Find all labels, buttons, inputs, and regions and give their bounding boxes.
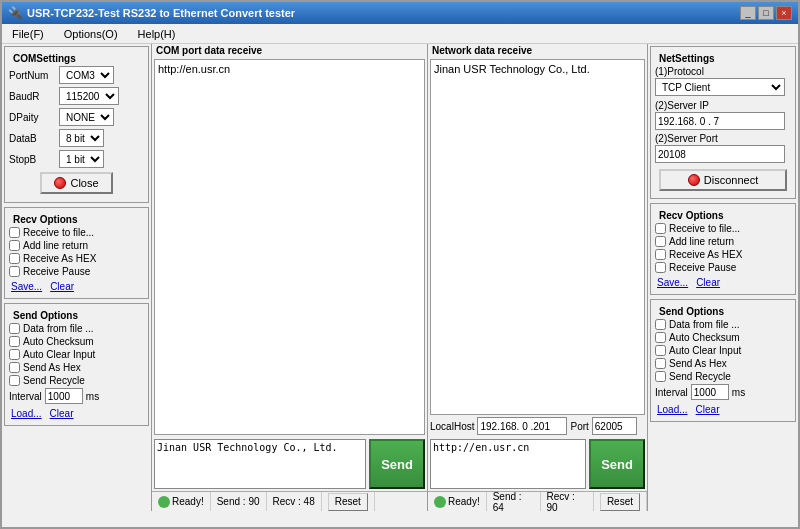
com-send-interval-input[interactable]	[45, 388, 83, 404]
com-send-clear-input-label: Auto Clear Input	[23, 349, 95, 360]
protocol-select[interactable]: TCP Client	[655, 78, 785, 96]
net-send-recycle-checkbox[interactable]	[655, 371, 666, 382]
com-send-hex-row: Send As Hex	[9, 362, 144, 373]
net-recv-linereturn-checkbox[interactable]	[655, 236, 666, 247]
com-send-clear-input-checkbox[interactable]	[9, 349, 20, 360]
net-send-hex-row: Send As Hex	[655, 358, 791, 369]
net-send-load-button[interactable]: Load...	[657, 404, 688, 415]
com-send-file-label: Data from file ...	[23, 323, 94, 334]
net-send-interval-label: Interval	[655, 387, 688, 398]
localhost-input[interactable]	[477, 417, 567, 435]
stopb-label: StopB	[9, 154, 57, 165]
com-reset-segment: Reset	[322, 492, 375, 511]
com-send-hex-label: Send As Hex	[23, 362, 81, 373]
server-port-input[interactable]	[655, 145, 785, 163]
com-send-checksum-label: Auto Checksum	[23, 336, 94, 347]
com-send-checksum-checkbox[interactable]	[9, 336, 20, 347]
net-recv-content: Jinan USR Technology Co., Ltd.	[434, 63, 590, 75]
title-text: USR-TCP232-Test RS232 to Ethernet Conver…	[27, 7, 295, 19]
com-recv-clear-button[interactable]: Clear	[50, 281, 74, 292]
com-reset-button[interactable]: Reset	[328, 493, 368, 511]
stopb-row: StopB 1 bit	[9, 150, 144, 168]
net-send-clear-input-checkbox[interactable]	[655, 345, 666, 356]
red-indicator	[54, 177, 66, 189]
com-send-count: Send : 90	[211, 492, 267, 511]
window-controls: _ □ ×	[740, 6, 792, 20]
disconnect-button[interactable]: Disconnect	[659, 169, 787, 191]
main-content: COMSettings PortNum COM3 BaudR 115200 DP…	[2, 44, 798, 511]
com-send-links: Load... Clear	[9, 406, 144, 421]
app-icon: 🔌	[8, 6, 23, 20]
com-recv-linereturn-row: Add line return	[9, 240, 144, 251]
com-send-textarea[interactable]: Jinan USR Technology Co., Ltd.	[154, 439, 366, 489]
close-window-button[interactable]: ×	[776, 6, 792, 20]
menu-bar: File(F) Options(O) Help(H)	[2, 24, 798, 44]
net-send-file-checkbox[interactable]	[655, 319, 666, 330]
port-label: Port	[570, 421, 588, 432]
com-recv-file-checkbox[interactable]	[9, 227, 20, 238]
net-ready-icon	[434, 496, 446, 508]
com-send-hex-checkbox[interactable]	[9, 362, 20, 373]
minimize-button[interactable]: _	[740, 6, 756, 20]
com-send-interval-unit: ms	[86, 391, 99, 402]
com-recv-linereturn-checkbox[interactable]	[9, 240, 20, 251]
net-recv-file-checkbox[interactable]	[655, 223, 666, 234]
stopb-select[interactable]: 1 bit	[59, 150, 104, 168]
com-recv-pause-checkbox[interactable]	[9, 266, 20, 277]
net-settings-group: NetSettings (1)Protocol TCP Client (2)Se…	[650, 46, 796, 199]
menu-file[interactable]: File(F)	[6, 27, 50, 41]
com-send-clear-input-row: Auto Clear Input	[9, 349, 144, 360]
portnum-select[interactable]: COM3	[59, 66, 114, 84]
net-send-file-label: Data from file ...	[669, 319, 740, 330]
com-settings-label: COMSettings	[9, 51, 144, 66]
com-send-file-checkbox[interactable]	[9, 323, 20, 334]
com-send-load-button[interactable]: Load...	[11, 408, 42, 419]
com-recv-options-group: Recv Options Receive to file... Add line…	[4, 207, 149, 299]
com-recv-area[interactable]: http://en.usr.cn	[154, 59, 425, 435]
right-panel: NetSettings (1)Protocol TCP Client (2)Se…	[648, 44, 798, 511]
com-recv-save-button[interactable]: Save...	[11, 281, 42, 292]
net-recv-hex-checkbox[interactable]	[655, 249, 666, 260]
net-ready-label: Ready!	[448, 496, 480, 507]
portnum-label: PortNum	[9, 70, 57, 81]
dpaity-label: DPaity	[9, 112, 57, 123]
net-recv-save-button[interactable]: Save...	[657, 277, 688, 288]
maximize-button[interactable]: □	[758, 6, 774, 20]
net-send-button[interactable]: Send	[589, 439, 645, 489]
com-send-recycle-row: Send Recycle	[9, 375, 144, 386]
net-send-interval-unit: ms	[732, 387, 745, 398]
com-send-button[interactable]: Send	[369, 439, 425, 489]
net-send-textarea[interactable]: http://en.usr.cn	[430, 439, 586, 489]
portnum-row: PortNum COM3	[9, 66, 144, 84]
net-recv-options-group: Recv Options Receive to file... Add line…	[650, 203, 796, 295]
net-send-clear-button[interactable]: Clear	[696, 404, 720, 415]
net-recv-file-label: Receive to file...	[669, 223, 740, 234]
net-send-count: Send : 64	[487, 492, 541, 511]
net-send-clear-input-row: Auto Clear Input	[655, 345, 791, 356]
baudr-select[interactable]: 115200	[59, 87, 119, 105]
net-ready-segment: Ready!	[428, 492, 487, 511]
datab-select[interactable]: 8 bit	[59, 129, 104, 147]
net-send-recycle-label: Send Recycle	[669, 371, 731, 382]
com-send-interval-row: Interval ms	[9, 388, 144, 404]
menu-options[interactable]: Options(O)	[58, 27, 124, 41]
com-recv-hex-checkbox[interactable]	[9, 253, 20, 264]
net-recv-clear-button[interactable]: Clear	[696, 277, 720, 288]
port-input[interactable]	[592, 417, 637, 435]
com-send-clear-button[interactable]: Clear	[50, 408, 74, 419]
net-recv-pause-checkbox[interactable]	[655, 262, 666, 273]
com-send-file-row: Data from file ...	[9, 323, 144, 334]
server-ip-input[interactable]	[655, 112, 785, 130]
com-send-recycle-checkbox[interactable]	[9, 375, 20, 386]
com-recv-count: Recv : 48	[267, 492, 322, 511]
net-send-checksum-checkbox[interactable]	[655, 332, 666, 343]
net-send-hex-checkbox[interactable]	[655, 358, 666, 369]
menu-help[interactable]: Help(H)	[132, 27, 182, 41]
net-reset-button[interactable]: Reset	[600, 493, 640, 511]
close-button[interactable]: Close	[40, 172, 112, 194]
dpaity-select[interactable]: NONE	[59, 108, 114, 126]
net-recv-area[interactable]: Jinan USR Technology Co., Ltd.	[430, 59, 645, 415]
net-status-bar: Ready! Send : 64 Recv : 90 Reset	[428, 491, 647, 511]
net-send-interval-input[interactable]	[691, 384, 729, 400]
com-status-bar: Ready! Send : 90 Recv : 48 Reset	[152, 491, 427, 511]
